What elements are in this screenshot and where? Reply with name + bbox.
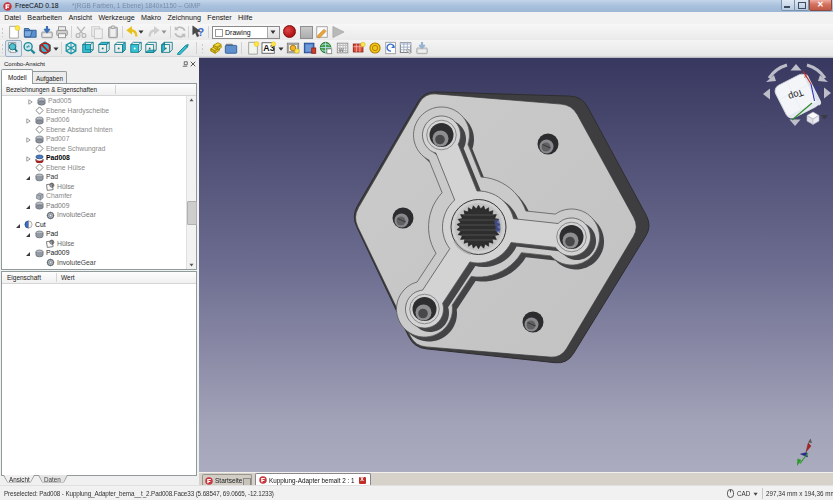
svg-text:z: z — [816, 85, 819, 92]
svg-text:W: W — [339, 47, 344, 53]
